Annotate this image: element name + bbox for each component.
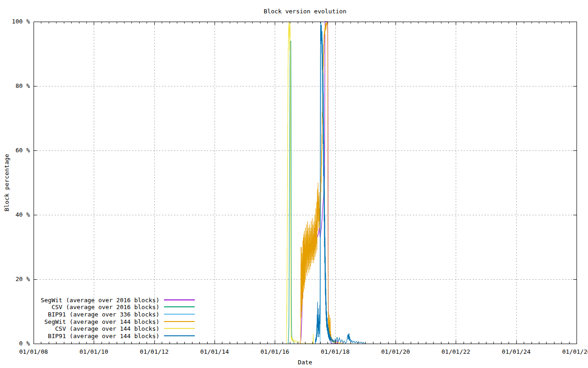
legend-item: BIP91 (average over 144 blocks)	[0, 332, 202, 339]
series-line-4	[287, 22, 314, 344]
plot-border	[34, 22, 577, 344]
y-tick-label: 60 %	[0, 147, 30, 154]
legend-item: SegWit (average over 144 blocks)	[0, 318, 202, 325]
x-tick-label: 01/01/12	[127, 349, 182, 355]
x-axis-title: Date	[34, 359, 577, 366]
x-tick-label: 01/01/16	[247, 349, 302, 355]
y-tick-label: 0 %	[0, 340, 30, 347]
x-tick-label: 01/01/20	[368, 349, 423, 355]
x-tick-label: 01/01/10	[66, 349, 121, 355]
series-line-0	[300, 22, 338, 344]
y-tick-label: 100 %	[0, 18, 30, 25]
legend-label: CSV (average over 144 blocks)	[0, 325, 159, 333]
y-tick-label: 20 %	[0, 276, 30, 282]
legend-item: CSV (average over 144 blocks)	[0, 325, 202, 333]
legend-item: BIP91 (average over 336 blocks)	[0, 310, 202, 318]
legend-label: CSV (average over 2016 blocks)	[0, 304, 159, 311]
chart-canvas: Block version evolution Block percentage…	[0, 0, 588, 368]
legend-line-swatch	[164, 299, 195, 300]
legend-item: SegWit (average over 2016 blocks)	[0, 296, 202, 304]
legend-line-swatch	[164, 321, 195, 322]
legend-item: CSV (average over 2016 blocks)	[0, 304, 202, 311]
y-axis-title-text: Block percentage	[3, 154, 10, 211]
legend-line-swatch	[164, 335, 195, 336]
series-line-1	[288, 41, 294, 344]
x-tick-label: 01/01/14	[187, 349, 242, 355]
legend-label: BIP91 (average over 336 blocks)	[0, 311, 159, 318]
legend: SegWit (average over 2016 blocks) CSV (a…	[0, 296, 202, 339]
x-tick-label: 01/01/08	[6, 349, 61, 355]
legend-line-swatch	[164, 328, 195, 329]
x-tick-label: 01/01/22	[428, 349, 483, 355]
x-tick-label: 01/01/18	[308, 349, 363, 355]
chart-title: Block version evolution	[34, 8, 577, 15]
x-tick-label: 01/01/26	[549, 349, 588, 355]
legend-label: SegWit (average over 144 blocks)	[0, 318, 159, 326]
legend-line-swatch	[164, 314, 195, 315]
y-tick-label: 80 %	[0, 83, 30, 89]
series-line-5	[315, 22, 364, 344]
legend-label: BIP91 (average over 144 blocks)	[0, 333, 159, 340]
legend-label: SegWit (average over 2016 blocks)	[0, 297, 159, 304]
y-tick-label: 40 %	[0, 212, 30, 218]
legend-line-swatch	[164, 306, 195, 307]
x-tick-label: 01/01/24	[489, 349, 544, 355]
